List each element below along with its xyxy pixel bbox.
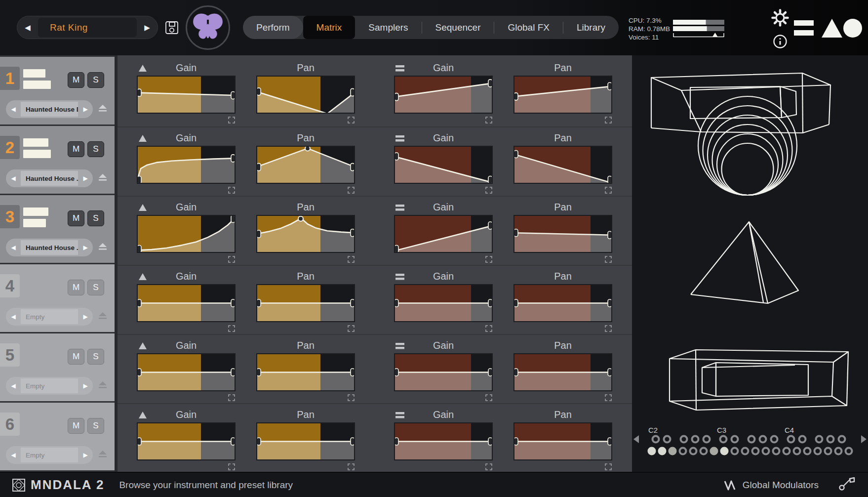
matrix-cell-gain-r5c1[interactable] [137, 353, 236, 391]
tab-sequencer[interactable]: Sequencer [422, 16, 494, 39]
gear-icon[interactable] [773, 10, 788, 26]
tab-matrix[interactable]: Matrix [303, 16, 355, 39]
sample-name[interactable]: Haunted House D... [21, 102, 78, 117]
matrix-cell-gain-r6c3[interactable] [394, 422, 493, 460]
mute-button[interactable]: M [68, 280, 84, 295]
eject-icon[interactable] [97, 381, 108, 390]
sample-next-button[interactable]: ▶ [78, 313, 93, 320]
expand-icon[interactable] [228, 325, 235, 332]
matrix-cell-pan-r3c4[interactable] [513, 215, 612, 253]
mute-button[interactable]: M [68, 210, 84, 226]
expand-icon[interactable] [348, 394, 355, 401]
sample-prev-button[interactable]: ◀ [6, 382, 21, 389]
matrix-cell-pan-r4c4[interactable] [513, 284, 612, 322]
expand-icon[interactable] [485, 256, 492, 263]
eject-icon[interactable] [97, 243, 108, 252]
eject-icon[interactable] [97, 105, 108, 114]
expand-icon[interactable] [605, 187, 612, 194]
keys-scroll-right-icon[interactable] [861, 435, 867, 443]
expand-icon[interactable] [485, 325, 492, 332]
mute-button[interactable]: M [68, 72, 84, 88]
sample-name[interactable]: Empty [21, 309, 78, 324]
matrix-cell-pan-r3c2[interactable] [256, 215, 355, 253]
eject-icon[interactable] [97, 174, 108, 183]
expand-icon[interactable] [605, 463, 612, 470]
expand-icon[interactable] [228, 256, 235, 263]
preset-name-field[interactable]: Rat King [38, 18, 137, 37]
sample-prev-button[interactable]: ◀ [6, 175, 21, 182]
matrix-cell-gain-r2c3[interactable] [394, 146, 493, 184]
matrix-cell-gain-r1c3[interactable] [394, 76, 493, 114]
sample-name[interactable]: Haunted House ... [21, 240, 78, 255]
mute-button[interactable]: M [68, 418, 84, 434]
sample-name[interactable]: Empty [21, 448, 78, 462]
matrix-cell-gain-r5c3[interactable] [394, 353, 493, 391]
sample-next-button[interactable]: ▶ [78, 175, 93, 182]
solo-button[interactable]: S [87, 141, 104, 157]
matrix-cell-pan-r2c4[interactable] [513, 146, 612, 184]
expand-icon[interactable] [228, 117, 235, 124]
preset-next-button[interactable]: ▶ [137, 23, 158, 32]
mute-button[interactable]: M [68, 349, 84, 365]
info-icon[interactable] [774, 36, 787, 48]
matrix-cell-pan-r6c4[interactable] [513, 422, 612, 460]
tab-global-fx[interactable]: Global FX [494, 16, 562, 39]
sample-name[interactable]: Haunted House ... [21, 171, 78, 186]
sample-next-button[interactable]: ▶ [78, 106, 93, 113]
expand-icon[interactable] [605, 325, 612, 332]
mute-button[interactable]: M [68, 141, 84, 157]
matrix-cell-gain-r2c1[interactable] [137, 146, 236, 184]
sample-prev-button[interactable]: ◀ [6, 244, 21, 251]
solo-button[interactable]: S [87, 210, 104, 226]
expand-icon[interactable] [605, 394, 612, 401]
matrix-cell-gain-r4c3[interactable] [394, 284, 493, 322]
expand-icon[interactable] [348, 256, 355, 263]
matrix-cell-gain-r4c1[interactable] [137, 284, 236, 322]
solo-button[interactable]: S [87, 72, 104, 88]
preset-prev-button[interactable]: ◀ [17, 23, 38, 32]
expand-icon[interactable] [485, 117, 492, 124]
sample-prev-button[interactable]: ◀ [6, 106, 21, 113]
matrix-cell-gain-r3c1[interactable] [137, 215, 236, 253]
expand-icon[interactable] [485, 394, 492, 401]
expand-icon[interactable] [485, 463, 492, 470]
solo-button[interactable]: S [87, 280, 104, 295]
sample-prev-button[interactable]: ◀ [6, 452, 21, 458]
tab-perform[interactable]: Perform [243, 16, 303, 39]
tab-samplers[interactable]: Samplers [355, 16, 421, 39]
global-modulators-toggle[interactable]: Global Modulators [724, 479, 819, 491]
matrix-cell-pan-r1c2[interactable] [256, 76, 355, 114]
matrix-cell-pan-r5c4[interactable] [513, 353, 612, 391]
expand-icon[interactable] [348, 463, 355, 470]
expand-icon[interactable] [348, 325, 355, 332]
expand-icon[interactable] [348, 187, 355, 194]
expand-icon[interactable] [485, 187, 492, 194]
expand-icon[interactable] [228, 463, 235, 470]
expand-icon[interactable] [605, 256, 612, 263]
tab-library[interactable]: Library [563, 16, 619, 39]
expand-icon[interactable] [348, 117, 355, 124]
expand-icon[interactable] [228, 187, 235, 194]
expand-icon[interactable] [605, 117, 612, 124]
solo-button[interactable]: S [87, 418, 104, 434]
matrix-cell-pan-r5c2[interactable] [256, 353, 355, 391]
mod-routing-icon[interactable] [838, 477, 855, 493]
save-icon[interactable] [165, 21, 179, 35]
sample-next-button[interactable]: ▶ [78, 382, 93, 389]
sample-next-button[interactable]: ▶ [78, 244, 93, 251]
solo-button[interactable]: S [87, 349, 104, 365]
matrix-cell-pan-r6c2[interactable] [256, 422, 355, 460]
matrix-cell-gain-r3c3[interactable] [394, 215, 493, 253]
matrix-cell-pan-r1c4[interactable] [513, 76, 612, 114]
matrix-cell-gain-r1c1[interactable] [137, 76, 236, 114]
sample-name[interactable]: Empty [21, 378, 78, 393]
eject-icon[interactable] [97, 312, 108, 321]
matrix-cell-pan-r2c2[interactable] [256, 146, 355, 184]
matrix-cell-pan-r4c2[interactable] [256, 284, 355, 322]
expand-icon[interactable] [228, 394, 235, 401]
sample-prev-button[interactable]: ◀ [6, 313, 21, 320]
eject-icon[interactable] [97, 451, 108, 459]
sample-next-button[interactable]: ▶ [78, 452, 93, 458]
keys-scroll-left-icon[interactable] [633, 435, 639, 443]
matrix-cell-gain-r6c1[interactable] [137, 422, 236, 460]
